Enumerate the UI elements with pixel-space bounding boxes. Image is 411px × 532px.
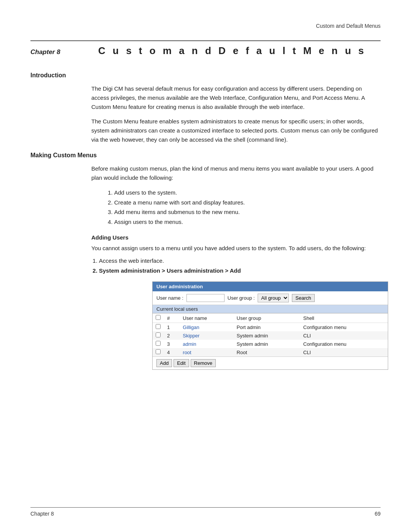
widget-actions: Add Edit Remove xyxy=(153,356,388,369)
row-username[interactable]: admin xyxy=(180,340,234,348)
adding-users-section: Adding Users You cannot assign users to … xyxy=(91,234,381,370)
list-item: Add menu items and submenus to the new m… xyxy=(114,207,381,217)
row-usergroup: System admin xyxy=(234,340,300,348)
making-custom-menus-heading: Making Custom Menus xyxy=(30,152,381,159)
remove-button[interactable]: Remove xyxy=(191,359,216,367)
row-shell: CLI xyxy=(300,331,388,340)
row-usergroup: Port admin xyxy=(234,323,300,332)
row-username[interactable]: Skipper xyxy=(180,331,234,340)
adding-users-steps: Access the web interface. System adminis… xyxy=(99,256,381,275)
users-table: # User name User group Shell 1 Gilligan … xyxy=(153,313,388,356)
making-custom-menus-list: Add users to the system. Create a menu n… xyxy=(107,188,381,227)
col-header-usergroup: User group xyxy=(234,313,300,323)
usergroup-label: User group : xyxy=(228,295,255,301)
widget-header: User administration xyxy=(153,282,388,291)
row-usergroup: System admin xyxy=(234,331,300,340)
chapter-label: Chapter 8 xyxy=(30,48,84,56)
introduction-para-1: The Digi CM has several default menus fo… xyxy=(91,84,381,112)
introduction-section: Introduction The Digi CM has several def… xyxy=(30,72,381,144)
search-button[interactable]: Search xyxy=(292,294,314,302)
usergroup-select[interactable]: All group xyxy=(258,294,289,302)
row-num: 1 xyxy=(164,323,180,332)
adding-users-para: You cannot assign users to a menu until … xyxy=(91,244,381,253)
row-checkbox[interactable] xyxy=(153,348,164,356)
username-input[interactable] xyxy=(186,294,225,302)
col-header-num: # xyxy=(164,313,180,323)
edit-button[interactable]: Edit xyxy=(174,359,189,367)
row-username[interactable]: root xyxy=(180,348,234,356)
footer-chapter: Chapter 8 xyxy=(30,511,54,517)
chapter-title: C u s t o m a n d D e f a u l t M e n u … xyxy=(84,45,381,57)
list-item: Create a menu name with sort and display… xyxy=(114,198,381,208)
row-usergroup: Root xyxy=(234,348,300,356)
adding-users-heading: Adding Users xyxy=(91,234,381,241)
list-item: Access the web interface. xyxy=(99,256,381,266)
table-row: 4 root Root CLI xyxy=(153,348,388,356)
username-label: User name : xyxy=(156,295,183,301)
table-header-row: # User name User group Shell xyxy=(153,313,388,323)
list-item-bold: System administration > Users administra… xyxy=(99,266,381,276)
col-header-shell: Shell xyxy=(300,313,388,323)
row-username[interactable]: Gilligan xyxy=(180,323,234,332)
widget-search-row: User name : User group : All group Searc… xyxy=(153,291,388,305)
add-button[interactable]: Add xyxy=(156,359,172,367)
page-footer: Chapter 8 69 xyxy=(30,507,381,517)
row-shell: Configuration menu xyxy=(300,323,388,332)
list-item: Assign users to the menus. xyxy=(114,217,381,227)
list-item: Add users to the system. xyxy=(114,188,381,198)
current-local-users-label: Current local users xyxy=(153,305,388,313)
introduction-heading: Introduction xyxy=(30,72,381,79)
chapter-heading: Chapter 8 C u s t o m a n d D e f a u l … xyxy=(30,40,381,57)
table-row: 2 Skipper System admin CLI xyxy=(153,331,388,340)
row-shell: Configuration menu xyxy=(300,340,388,348)
table-row: 1 Gilligan Port admin Configuration menu xyxy=(153,323,388,332)
footer-page-number: 69 xyxy=(374,511,381,517)
col-header-username: User name xyxy=(180,313,234,323)
row-checkbox[interactable] xyxy=(153,331,164,340)
row-num: 2 xyxy=(164,331,180,340)
row-shell: CLI xyxy=(300,348,388,356)
user-administration-widget: User administration User name : User gro… xyxy=(152,281,388,370)
row-checkbox[interactable] xyxy=(153,323,164,332)
row-checkbox[interactable] xyxy=(153,340,164,348)
making-custom-menus-section: Making Custom Menus Before making custom… xyxy=(30,152,381,227)
row-num: 4 xyxy=(164,348,180,356)
row-num: 3 xyxy=(164,340,180,348)
col-header-checkbox xyxy=(153,313,164,323)
making-custom-menus-intro: Before making custom menus, plan the kin… xyxy=(91,164,381,182)
page-header: Custom and Default Menus xyxy=(30,23,381,29)
table-row: 3 admin System admin Configuration menu xyxy=(153,340,388,348)
introduction-para-2: The Custom Menu feature enables system a… xyxy=(91,117,381,144)
select-all-checkbox[interactable] xyxy=(156,315,161,320)
